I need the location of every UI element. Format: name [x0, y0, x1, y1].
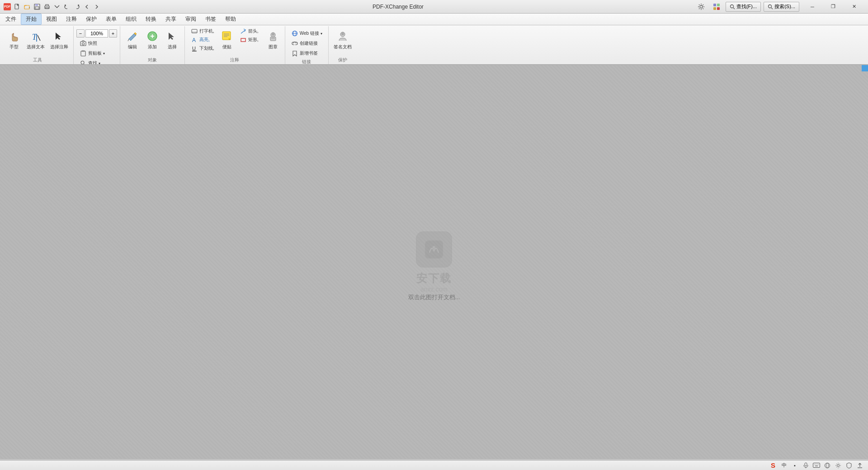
svg-point-17 [769, 5, 772, 8]
ribbon-group-link-content: Web 链接 ▾ 创建链接 新增书签 [288, 27, 326, 58]
sign-icon [335, 29, 350, 43]
clipboard-button[interactable]: 剪贴板 ▾ [76, 49, 108, 58]
next-button[interactable] [92, 2, 101, 11]
menu-organize[interactable]: 组织 [121, 14, 141, 25]
input-method-icon[interactable]: 中 [779, 461, 788, 470]
globe-icon[interactable] [823, 461, 832, 470]
edit-object-button[interactable]: 编辑 [123, 27, 142, 55]
menu-view[interactable]: 视图 [42, 14, 61, 25]
svg-point-64 [825, 463, 830, 468]
create-link-button[interactable]: 创建链接 [288, 39, 324, 48]
close-button[interactable]: ✕ [844, 0, 864, 14]
title-bar-left: PDF [4, 2, 101, 11]
gear-status-icon[interactable] [834, 461, 843, 470]
select-object-button[interactable]: 选择 [163, 27, 182, 55]
menu-help[interactable]: 帮助 [221, 14, 241, 25]
menu-start[interactable]: 开始 [21, 14, 42, 25]
restore-button[interactable]: ❐ [823, 0, 844, 14]
shield-icon[interactable] [844, 461, 854, 470]
ribbon-group-view-content: − + 快照 剪贴板 ▾ 查找 [76, 27, 117, 65]
svg-rect-12 [717, 4, 720, 6]
add-label: 添加 [148, 44, 157, 49]
stamp-button[interactable]: 图章 [264, 27, 282, 55]
hand-tool-button[interactable]: 手型 [5, 27, 24, 55]
search-bar-button[interactable]: 搜索(S)... [764, 2, 799, 12]
find-bar-button[interactable]: 查找(F)... [726, 2, 761, 12]
menu-annotation[interactable]: 注释 [61, 14, 81, 25]
more-actions-button[interactable] [52, 2, 61, 11]
settings-icon-button[interactable] [695, 0, 708, 13]
keyboard-icon[interactable] [812, 461, 821, 470]
callout-button[interactable]: A 高亮, [188, 36, 217, 44]
sticky-note-button[interactable]: 便贴 [218, 27, 236, 55]
link-group-label: 链接 [288, 58, 326, 65]
ribbon-group-protect-content: 签名文档 [331, 27, 354, 56]
upload-icon[interactable] [855, 461, 864, 470]
ribbon-group-tools-content: 手型 T 选择文本 选 [5, 27, 71, 56]
main-content-area[interactable]: 安下载 anxz.com 双击此图打开文档... [0, 65, 868, 459]
svg-point-15 [730, 5, 733, 8]
stamp-icon [266, 29, 280, 43]
menu-convert[interactable]: 转换 [141, 14, 161, 25]
grid-icon-button[interactable] [710, 0, 723, 13]
new-bookmark-button[interactable]: 新增书签 [288, 49, 324, 58]
rect-icon [240, 36, 247, 43]
select-obj-label: 选择 [168, 44, 177, 49]
svg-point-66 [837, 464, 840, 466]
sogou-icon[interactable]: S [769, 461, 778, 470]
callout-icon: A [191, 36, 198, 43]
svg-point-65 [826, 463, 829, 468]
menu-review[interactable]: 审阅 [181, 14, 201, 25]
web-link-button[interactable]: Web 链接 ▾ [288, 29, 326, 38]
snapshot-button[interactable]: 快照 [76, 39, 104, 48]
typewriter-button[interactable]: 打字机, [188, 27, 217, 35]
find-button[interactable]: 查找 ▾ [76, 59, 104, 65]
rect-button[interactable]: 矩形, [236, 36, 264, 44]
underline-button[interactable]: U 下划线, [188, 44, 217, 52]
typewriter-icon [191, 28, 198, 35]
svg-rect-9 [46, 7, 48, 9]
dot-icon[interactable]: • [790, 461, 799, 470]
svg-point-46 [272, 33, 274, 36]
svg-rect-13 [713, 7, 716, 10]
svg-rect-58 [813, 463, 820, 468]
menu-protect[interactable]: 保护 [81, 14, 101, 25]
zoom-out-button[interactable]: − [76, 29, 85, 38]
svg-rect-23 [81, 51, 85, 56]
redo-button[interactable] [72, 2, 81, 11]
tools-group-label: 工具 [5, 56, 71, 64]
quick-access-toolbar [13, 2, 101, 11]
sign-label: 签名文档 [334, 44, 352, 49]
web-icon [291, 30, 298, 37]
select-icon [165, 29, 179, 43]
menu-bookmark[interactable]: 书签 [201, 14, 221, 25]
zoom-input[interactable] [85, 29, 108, 38]
status-bar: S 中 • [0, 460, 868, 470]
hand-icon [7, 29, 21, 43]
corner-indicator [862, 65, 868, 71]
arrow-col: 箭头, 矩形, [236, 27, 264, 44]
new-button[interactable] [13, 2, 22, 11]
print-button[interactable] [42, 2, 52, 11]
arrow-button[interactable]: 箭头, [236, 27, 264, 35]
svg-text:U: U [192, 46, 196, 51]
menu-form[interactable]: 表单 [101, 14, 121, 25]
sign-doc-button[interactable]: 签名文档 [331, 27, 354, 55]
add-object-button[interactable]: 添加 [143, 27, 162, 55]
minimize-button[interactable]: ─ [802, 0, 823, 14]
select-text-button[interactable]: T 选择文本 [24, 27, 47, 55]
open-dropdown-button[interactable] [23, 2, 32, 11]
svg-rect-24 [82, 51, 85, 52]
mic-icon[interactable] [801, 461, 810, 470]
prev-button[interactable] [82, 2, 91, 11]
undo-button[interactable] [62, 2, 71, 11]
ribbon-group-annotation: 打字机, A 高亮, U 下划线, [185, 26, 285, 64]
menu-share[interactable]: 共享 [161, 14, 181, 25]
select-annotation-button[interactable]: 选择注释 [48, 27, 71, 55]
ribbon-group-view: − + 快照 剪贴板 ▾ 查找 [74, 26, 120, 64]
hand-tool-label: 手型 [9, 44, 19, 49]
title-bar: PDF [0, 0, 868, 14]
zoom-in-button[interactable]: + [109, 29, 117, 38]
menu-file[interactable]: 文件 [1, 14, 21, 25]
save-button[interactable] [33, 2, 42, 11]
